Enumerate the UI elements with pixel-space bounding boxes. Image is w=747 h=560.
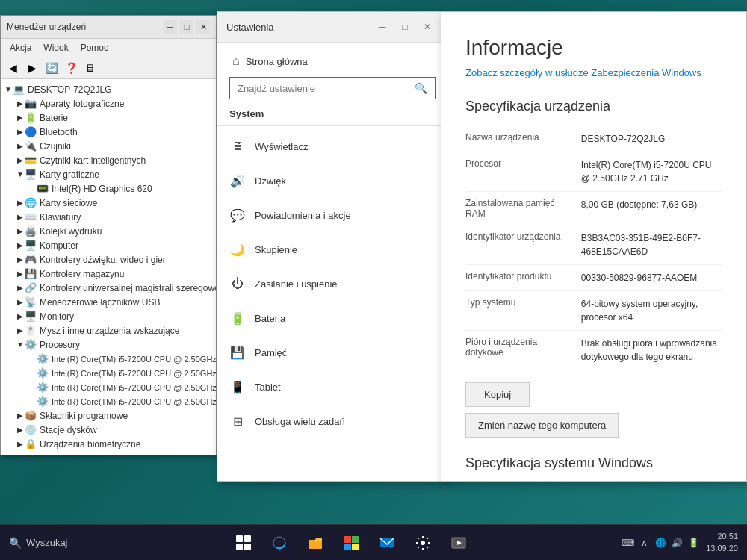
expand-icon[interactable]: ▼ — [4, 85, 13, 93]
expand-connector[interactable]: ▶ — [16, 298, 25, 306]
close-button[interactable]: ✕ — [196, 20, 210, 34]
expand-usb[interactable]: ▶ — [16, 284, 25, 292]
menu-pomoc[interactable]: Pomoc — [75, 40, 114, 55]
tree-label-cameras: Aparaty fotograficzne — [40, 99, 124, 109]
media-button[interactable] — [442, 526, 475, 559]
store-button[interactable] — [335, 526, 368, 559]
tree-item-mouse[interactable]: ▶ 🖱️ Mysz i inne urządzenia wskazujące — [1, 323, 216, 337]
tree-item-processors[interactable]: ▼ ⚙️ Procesory — [1, 337, 216, 352]
tree-item-cardreaders[interactable]: ▶ 💳 Czytniki kart inteligentnych — [1, 153, 216, 167]
tree-item-gpu[interactable]: ▼ 🖥️ Karty graficzne — [1, 167, 216, 181]
settings-notifications[interactable]: 💬 Powiadomienia i akcje — [217, 198, 447, 232]
tree-item-sensors[interactable]: ▶ 🔌 Czujniki — [1, 139, 216, 153]
tree-item-cpu2[interactable]: ⚙️ Intel(R) Core(TM) i5-7200U CPU @ 2.50… — [1, 366, 216, 380]
settings-minimize[interactable]: ─ — [371, 18, 394, 36]
expand-gpu[interactable]: ▼ — [16, 170, 25, 178]
toolbar-screen[interactable]: 🖥 — [81, 60, 99, 76]
toolbar-forward[interactable]: ▶ — [23, 60, 41, 76]
expand-printers[interactable]: ▶ — [16, 227, 25, 235]
expand-software[interactable]: ▶ — [16, 411, 25, 420]
tree-item-biometric[interactable]: ▶ 🔒 Urządzenia biometryczne — [1, 437, 216, 451]
rename-button[interactable]: Zmień nazwę tego komputera — [465, 413, 619, 438]
expand-audio[interactable]: ▶ — [16, 255, 25, 264]
edge-button[interactable] — [263, 526, 296, 559]
tree-item-root[interactable]: ▼ 💻 DESKTOP-72Q2JLG — [1, 82, 216, 96]
network-systray-icon[interactable]: 🌐 — [654, 536, 667, 550]
tree-item-bluetooth[interactable]: ▶ 🔵 Bluetooth — [1, 125, 216, 139]
tree-item-drives[interactable]: ▶ 💿 Stacje dysków — [1, 423, 216, 437]
audio-icon: 🎮 — [25, 254, 37, 265]
mail-button[interactable] — [371, 526, 403, 559]
taskbar-systray: ⌨ ∧ 🌐 🔊 🔋 20:51 13.09.20 — [612, 531, 747, 554]
menu-widok[interactable]: Widok — [37, 40, 74, 55]
minimize-button[interactable]: ─ — [164, 20, 177, 34]
tree-item-cameras[interactable]: ▶ 📷 Aparaty fotograficzne — [1, 96, 216, 111]
copy-button[interactable]: Kopiuj — [465, 382, 530, 407]
task-view-button[interactable] — [227, 526, 260, 559]
speaker-systray-icon[interactable]: 🔊 — [670, 536, 684, 550]
expand-computer[interactable]: ▶ — [16, 241, 25, 249]
tree-item-keyboards[interactable]: ▶ ⌨️ Klawiatury — [1, 210, 216, 224]
menu-akcja[interactable]: Akcja — [4, 40, 37, 55]
tree-item-usb[interactable]: ▶ 🔗 Kontrolery uniwersalnej magistrali s… — [1, 281, 216, 295]
tree-item-storage[interactable]: ▶ 💾 Kontrolery magazynu — [1, 267, 216, 281]
explorer-button[interactable] — [299, 526, 332, 559]
expand-bluetooth[interactable]: ▶ — [16, 128, 25, 136]
settings-home-button[interactable]: ⌂ Strona główna — [229, 52, 311, 71]
tree-item-software[interactable]: ▶ 📦 Składniki programowe — [1, 408, 216, 423]
expand-monitors[interactable]: ▶ — [16, 312, 25, 320]
expand-drives[interactable]: ▶ — [16, 426, 25, 434]
settings-maximize[interactable]: □ — [394, 18, 416, 36]
keyboard-systray-icon[interactable]: ⌨ — [621, 536, 634, 550]
tree-item-network[interactable]: ▶ 🌐 Karty sieciowe — [1, 196, 216, 210]
expand-network[interactable]: ▶ — [16, 199, 25, 207]
processor-icon: ⚙️ — [25, 339, 37, 350]
expand-mouse[interactable]: ▶ — [16, 326, 25, 335]
tree-label-keyboards: Klawiatury — [40, 212, 81, 223]
toolbar-refresh[interactable]: 🔄 — [43, 60, 61, 76]
settings-memory[interactable]: 💾 Pamięć — [217, 335, 447, 370]
toolbar-back[interactable]: ◀ — [4, 60, 22, 76]
expand-biometric[interactable]: ▶ — [16, 440, 25, 448]
tree-item-printers[interactable]: ▶ 🖨️ Kolejki wydruku — [1, 224, 216, 238]
cpu1-icon: ⚙️ — [37, 353, 49, 364]
biometric-icon: 🔒 — [25, 438, 37, 449]
expand-keyboards[interactable]: ▶ — [16, 213, 25, 221]
settings-search-box[interactable]: 🔍 — [229, 77, 436, 99]
settings-power[interactable]: ⏻ Zasilanie i uśpienie — [217, 267, 447, 301]
tree-item-monitors[interactable]: ▶ 🖥️ Monitory — [1, 309, 216, 323]
settings-button[interactable] — [406, 526, 439, 559]
tree-item-cpu4[interactable]: ⚙️ Intel(R) Core(TM) i5-7200U CPU @ 2.50… — [1, 394, 216, 408]
taskbar-search[interactable]: 🔍 Wyszukaj — [0, 537, 90, 549]
settings-tablet[interactable]: 📱 Tablet — [217, 370, 447, 404]
tree-item-computer[interactable]: ▶ 🖥️ Komputer — [1, 238, 216, 252]
expand-batteries[interactable]: ▶ — [16, 113, 25, 122]
device-manager-titlebar: Menedżer urządzeń ─ □ ✕ — [1, 16, 216, 39]
settings-section-label: System — [217, 105, 447, 125]
expand-processors[interactable]: ▼ — [16, 340, 25, 349]
expand-cameras[interactable]: ▶ — [16, 99, 25, 108]
tree-item-intel-gpu[interactable]: 📟 Intel(R) HD Graphics 620 — [1, 181, 216, 196]
settings-battery[interactable]: 🔋 Bateria — [217, 301, 447, 335]
battery-systray-icon[interactable]: 🔋 — [686, 536, 700, 550]
tree-item-cpu1[interactable]: ⚙️ Intel(R) Core(TM) i5-7200U CPU @ 2.50… — [1, 352, 216, 366]
spec-value-ram: 8,00 GB (dostępne: 7,63 GB) — [581, 198, 697, 219]
maximize-button[interactable]: □ — [180, 20, 193, 34]
settings-display[interactable]: 🖥 Wyświetlacz — [217, 129, 447, 164]
settings-focus[interactable]: 🌙 Skupienie — [217, 232, 447, 267]
tree-item-batteries[interactable]: ▶ 🔋 Baterie — [1, 111, 216, 125]
info-security-link[interactable]: Zobacz szczegóły w usłudze Zabezpieczeni… — [465, 66, 722, 81]
expand-storage[interactable]: ▶ — [16, 270, 25, 278]
settings-search-input[interactable] — [238, 83, 415, 94]
settings-sound[interactable]: 🔊 Dźwięk — [217, 164, 447, 198]
tree-item-cpu3[interactable]: ⚙️ Intel(R) Core(TM) i5-7200U CPU @ 2.50… — [1, 380, 216, 394]
expand-cardreaders[interactable]: ▶ — [16, 156, 25, 164]
chevron-systray-icon[interactable]: ∧ — [637, 536, 651, 550]
tree-item-connector[interactable]: ▶ 📡 Menedżerowie łączników USB — [1, 295, 216, 309]
settings-multitask[interactable]: ⊞ Obsługa wielu zadań — [217, 404, 447, 438]
expand-sensors[interactable]: ▶ — [16, 142, 25, 150]
tree-item-audio[interactable]: ▶ 🎮 Kontrolery dźwięku, wideo i gier — [1, 252, 216, 267]
tree-label-batteries: Baterie — [40, 113, 68, 123]
settings-close[interactable]: ✕ — [416, 18, 438, 36]
toolbar-help[interactable]: ❓ — [62, 60, 80, 76]
